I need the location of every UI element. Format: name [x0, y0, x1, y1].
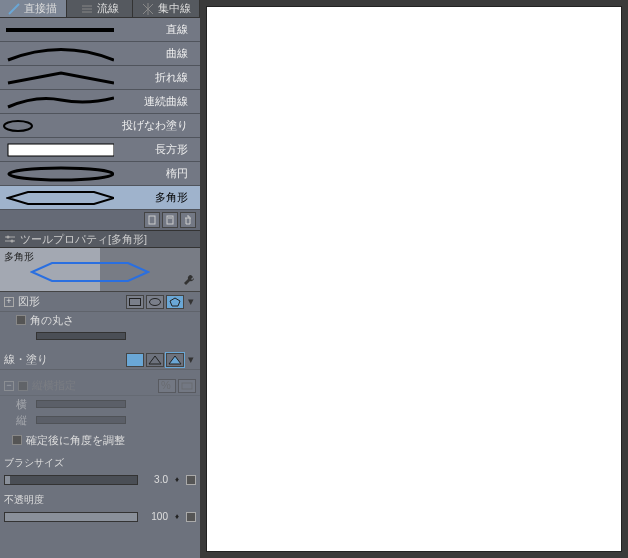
prop-figure-label: 図形 — [18, 294, 126, 309]
flow-lines-icon — [81, 3, 93, 15]
shape-ellipse-button[interactable] — [146, 295, 164, 309]
svg-point-17 — [11, 240, 14, 243]
shape-row-line[interactable]: 直線 — [0, 18, 200, 42]
preview-rect-icon — [0, 138, 120, 162]
shape-label: 楕円 — [120, 166, 200, 181]
preview-ellipse-icon — [0, 162, 120, 186]
aspect-h-row: 横 — [0, 396, 200, 412]
brush-size-slider-row: 3.0 ♦ — [0, 472, 200, 487]
brush-size-slider[interactable] — [4, 475, 138, 485]
angle-checkbox[interactable] — [12, 435, 22, 445]
corner-checkbox[interactable] — [16, 315, 26, 325]
shape-row-ellipse[interactable]: 楕円 — [0, 162, 200, 186]
expander-plus-icon[interactable]: + — [4, 297, 14, 307]
mode-tab-label: 集中線 — [158, 1, 191, 16]
shape-row-curve[interactable]: 曲線 — [0, 42, 200, 66]
shape-list-toolbar — [0, 210, 200, 230]
prop-fill-label: 線・塗り — [4, 352, 126, 367]
preview-curve-icon — [0, 42, 120, 66]
app-root: 直接描 流線 集中線 直線 — [0, 0, 628, 558]
canvas[interactable] — [206, 6, 622, 552]
opacity-value: 100 — [142, 511, 168, 522]
prop-aspect-label: 縦横指定 — [32, 378, 158, 393]
shape-row-ccurve[interactable]: 連続曲線 — [0, 90, 200, 114]
svg-text:%: % — [161, 381, 171, 391]
file-icon[interactable] — [162, 212, 178, 228]
expander-minus-icon[interactable]: − — [4, 381, 14, 391]
svg-point-20 — [150, 298, 161, 305]
aspect-h-slider[interactable] — [36, 400, 126, 408]
polygon-preview: 多角形 — [0, 248, 200, 292]
svg-point-9 — [9, 168, 113, 180]
aspect-checkbox[interactable] — [18, 381, 28, 391]
mode-tab-label: 流線 — [97, 1, 119, 16]
opacity-slider-row: 100 ♦ — [0, 509, 200, 524]
svg-marker-22 — [149, 356, 161, 364]
svg-line-3 — [148, 9, 153, 14]
brush-size-row: ブラシサイズ — [0, 454, 200, 472]
prop-corner-label: 角の丸さ — [30, 313, 200, 328]
opacity-row: 不透明度 — [0, 491, 200, 509]
aspect-buttons: % — [158, 379, 196, 393]
brush-size-value: 3.0 — [142, 474, 168, 485]
shape-label: 直線 — [120, 22, 200, 37]
prop-aspect-row: − 縦横指定 % — [0, 376, 200, 396]
svg-rect-19 — [130, 298, 141, 305]
prop-angle-label: 確定後に角度を調整 — [26, 433, 200, 448]
fill-mode-buttons: ▾ — [126, 353, 196, 367]
mode-tab-focus[interactable]: 集中線 — [133, 0, 200, 17]
mode-tab-label: 直接描 — [24, 1, 57, 16]
svg-line-0 — [143, 4, 148, 9]
shape-label: 長方形 — [120, 142, 200, 157]
canvas-area — [200, 0, 628, 558]
preview-polyline-icon — [0, 66, 120, 90]
stepper-arrow-icon[interactable]: ♦ — [172, 512, 182, 522]
svg-rect-11 — [149, 216, 155, 224]
shape-label: 曲線 — [120, 46, 200, 61]
fill-both-button[interactable] — [166, 353, 184, 367]
svg-line-2 — [143, 9, 148, 14]
mode-tab-flow[interactable]: 流線 — [67, 0, 134, 17]
aspect-v-label: 縦 — [16, 413, 28, 428]
preview-polygon-icon — [0, 186, 120, 210]
shape-row-polygon[interactable]: 多角形 — [0, 186, 200, 210]
dropdown-arrow-icon[interactable]: ▾ — [186, 353, 196, 367]
mode-tab-direct[interactable]: 直接描 — [0, 0, 67, 17]
dropdown-arrow-icon[interactable]: ▾ — [186, 295, 196, 309]
shape-row-rect[interactable]: 長方形 — [0, 138, 200, 162]
shape-label: 連続曲線 — [120, 94, 200, 109]
shape-rect-button[interactable] — [126, 295, 144, 309]
fill-outline-button[interactable] — [146, 353, 164, 367]
stepper-arrow-icon[interactable]: ♦ — [172, 475, 182, 485]
svg-marker-21 — [170, 298, 180, 306]
trash-icon[interactable] — [180, 212, 196, 228]
tool-panel: 直接描 流線 集中線 直線 — [0, 0, 200, 558]
aspect-px-button[interactable] — [178, 379, 196, 393]
fill-solid-button[interactable] — [126, 353, 144, 367]
tool-property-title: ツールプロパティ[多角形] — [20, 232, 147, 247]
svg-line-1 — [148, 4, 153, 9]
opacity-slider[interactable] — [4, 512, 138, 522]
aspect-ratio-button[interactable]: % — [158, 379, 176, 393]
pencil-line-icon — [8, 3, 20, 15]
opacity-label: 不透明度 — [4, 493, 44, 507]
pressure-toggle[interactable] — [186, 475, 196, 485]
pressure-toggle[interactable] — [186, 512, 196, 522]
clipboard-icon[interactable] — [144, 212, 160, 228]
corner-slider-row — [0, 328, 200, 344]
corner-slider[interactable] — [36, 332, 126, 340]
prop-corner-row: 角の丸さ — [0, 312, 200, 328]
aspect-v-row: 縦 — [0, 412, 200, 428]
shape-row-polyline[interactable]: 折れ線 — [0, 66, 200, 90]
shape-label: 投げなわ塗り — [120, 118, 200, 133]
aspect-v-slider[interactable] — [36, 416, 126, 424]
preview-lasso-icon — [0, 114, 120, 138]
svg-rect-8 — [8, 144, 114, 156]
shape-polygon-button[interactable] — [166, 295, 184, 309]
burst-lines-icon — [142, 3, 154, 15]
shape-row-lasso[interactable]: 投げなわ塗り — [0, 114, 200, 138]
wrench-icon[interactable] — [182, 273, 196, 287]
svg-marker-10 — [8, 192, 114, 204]
svg-rect-12 — [167, 216, 173, 224]
shape-label: 多角形 — [120, 190, 200, 205]
